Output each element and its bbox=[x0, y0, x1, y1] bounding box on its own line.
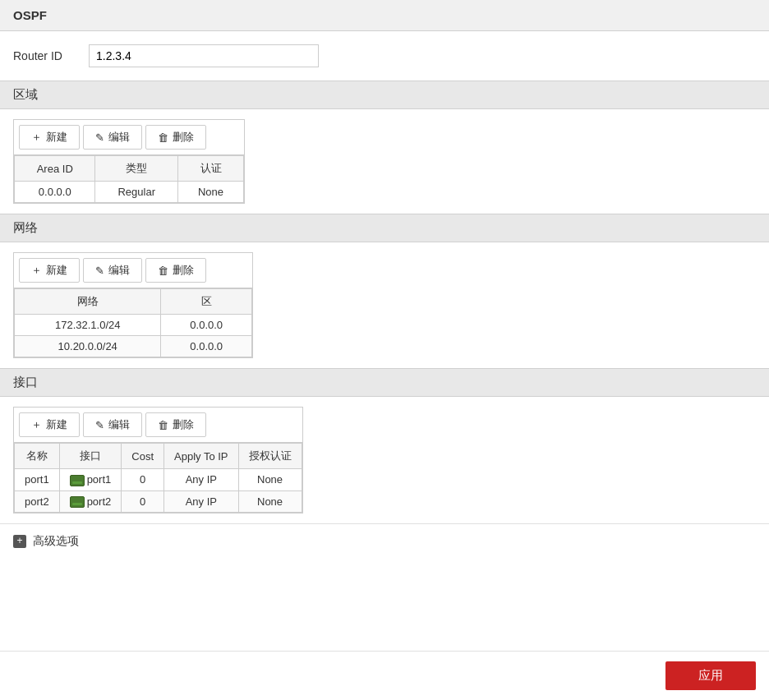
area-new-label: 新建 bbox=[46, 130, 67, 145]
table-row: 10.20.0.0/24 0.0.0.0 bbox=[15, 336, 252, 357]
plus-icon: ＋ bbox=[31, 417, 42, 432]
network-delete-label: 删除 bbox=[173, 263, 194, 278]
iface-col-auth: 授权认证 bbox=[238, 444, 302, 469]
iface-cell-cost: 0 bbox=[122, 490, 164, 513]
area-col-type: 类型 bbox=[95, 156, 178, 182]
interface-delete-button[interactable]: 🗑 删除 bbox=[145, 412, 206, 437]
network-table: 网络 区 172.32.1.0/24 0.0.0.0 10.20.0.0/24 … bbox=[14, 288, 252, 357]
page-title: OSPF bbox=[0, 0, 769, 31]
pencil-icon: ✎ bbox=[95, 419, 104, 431]
router-id-section: Router ID bbox=[0, 31, 769, 81]
area-delete-button[interactable]: 🗑 删除 bbox=[145, 125, 206, 150]
iface-cell-name: port2 bbox=[15, 490, 60, 513]
network-delete-button[interactable]: 🗑 删除 bbox=[145, 258, 206, 283]
trash-icon: 🗑 bbox=[158, 265, 168, 277]
interface-table: 名称 接口 Cost Apply To IP 授权认证 port1 port1 … bbox=[14, 443, 302, 513]
iface-cell-apply: Any IP bbox=[164, 490, 239, 513]
iface-col-iface: 接口 bbox=[59, 444, 122, 469]
area-col-areaid: Area ID bbox=[15, 156, 95, 182]
network-col-network: 网络 bbox=[15, 289, 161, 315]
interface-delete-label: 删除 bbox=[173, 417, 194, 432]
iface-col-apply: Apply To IP bbox=[164, 444, 239, 469]
pencil-icon: ✎ bbox=[95, 265, 104, 277]
area-new-button[interactable]: ＋ 新建 bbox=[19, 125, 80, 150]
interface-edit-button[interactable]: ✎ 编辑 bbox=[83, 412, 142, 437]
iface-cell-auth: None bbox=[238, 490, 302, 513]
area-col-auth: 认证 bbox=[178, 156, 244, 182]
router-id-label: Router ID bbox=[13, 49, 79, 62]
advanced-section: + 高级选项 bbox=[0, 523, 769, 559]
iface-cell-auth: None bbox=[238, 469, 302, 491]
network-cell-zone: 0.0.0.0 bbox=[161, 315, 252, 336]
interface-edit-label: 编辑 bbox=[108, 417, 130, 432]
interface-section-header: 接口 bbox=[0, 368, 769, 397]
table-row: port1 port1 0 Any IP None bbox=[15, 469, 302, 491]
network-edit-label: 编辑 bbox=[108, 263, 130, 278]
area-edit-button[interactable]: ✎ 编辑 bbox=[83, 125, 142, 150]
area-toolbar: ＋ 新建 ✎ 编辑 🗑 删除 bbox=[14, 120, 244, 155]
network-subsection: ＋ 新建 ✎ 编辑 🗑 删除 网络 区 172.32.1.0/24 bbox=[0, 242, 769, 368]
expand-icon[interactable]: + bbox=[13, 535, 26, 548]
port-icon bbox=[70, 496, 85, 508]
iface-cell-iface: port1 bbox=[59, 469, 122, 491]
network-cell-net: 10.20.0.0/24 bbox=[15, 336, 161, 357]
advanced-label: 高级选项 bbox=[33, 534, 79, 549]
area-delete-label: 删除 bbox=[173, 130, 194, 145]
interface-new-label: 新建 bbox=[46, 417, 67, 432]
table-row: 0.0.0.0 Regular None bbox=[15, 182, 244, 203]
area-section-header: 区域 bbox=[0, 81, 769, 109]
iface-cell-apply: Any IP bbox=[164, 469, 239, 491]
apply-button[interactable]: 应用 bbox=[665, 661, 756, 690]
area-cell-auth: None bbox=[178, 182, 244, 203]
table-row: port2 port2 0 Any IP None bbox=[15, 490, 302, 513]
network-toolbar: ＋ 新建 ✎ 编辑 🗑 删除 bbox=[14, 253, 252, 288]
plus-icon: ＋ bbox=[31, 130, 42, 145]
area-table: Area ID 类型 认证 0.0.0.0 Regular None bbox=[14, 155, 244, 203]
table-row: 172.32.1.0/24 0.0.0.0 bbox=[15, 315, 252, 336]
interface-toolbar: ＋ 新建 ✎ 编辑 🗑 删除 bbox=[14, 408, 302, 443]
bottom-bar: 应用 bbox=[0, 651, 769, 700]
network-cell-net: 172.32.1.0/24 bbox=[15, 315, 161, 336]
router-id-input[interactable] bbox=[89, 44, 319, 67]
network-section-header: 网络 bbox=[0, 214, 769, 242]
iface-col-name: 名称 bbox=[15, 444, 60, 469]
interface-new-button[interactable]: ＋ 新建 bbox=[19, 412, 80, 437]
area-edit-label: 编辑 bbox=[108, 130, 130, 145]
network-cell-zone: 0.0.0.0 bbox=[161, 336, 252, 357]
iface-cell-cost: 0 bbox=[122, 469, 164, 491]
trash-icon: 🗑 bbox=[158, 131, 168, 144]
pencil-icon: ✎ bbox=[95, 131, 104, 144]
plus-icon: ＋ bbox=[31, 263, 42, 278]
iface-col-cost: Cost bbox=[122, 444, 164, 469]
network-new-button[interactable]: ＋ 新建 bbox=[19, 258, 80, 283]
area-subsection: ＋ 新建 ✎ 编辑 🗑 删除 Area ID 类型 认证 bbox=[0, 109, 769, 214]
iface-cell-name: port1 bbox=[15, 469, 60, 491]
interface-subsection: ＋ 新建 ✎ 编辑 🗑 删除 名称 接口 Cost Apply To IP 授权… bbox=[0, 397, 769, 523]
network-col-zone: 区 bbox=[161, 289, 252, 315]
iface-cell-iface: port2 bbox=[59, 490, 122, 513]
area-cell-type: Regular bbox=[95, 182, 178, 203]
area-cell-areaid: 0.0.0.0 bbox=[15, 182, 95, 203]
port-icon bbox=[70, 475, 85, 486]
trash-icon: 🗑 bbox=[158, 419, 168, 431]
network-new-label: 新建 bbox=[46, 263, 67, 278]
network-edit-button[interactable]: ✎ 编辑 bbox=[83, 258, 142, 283]
